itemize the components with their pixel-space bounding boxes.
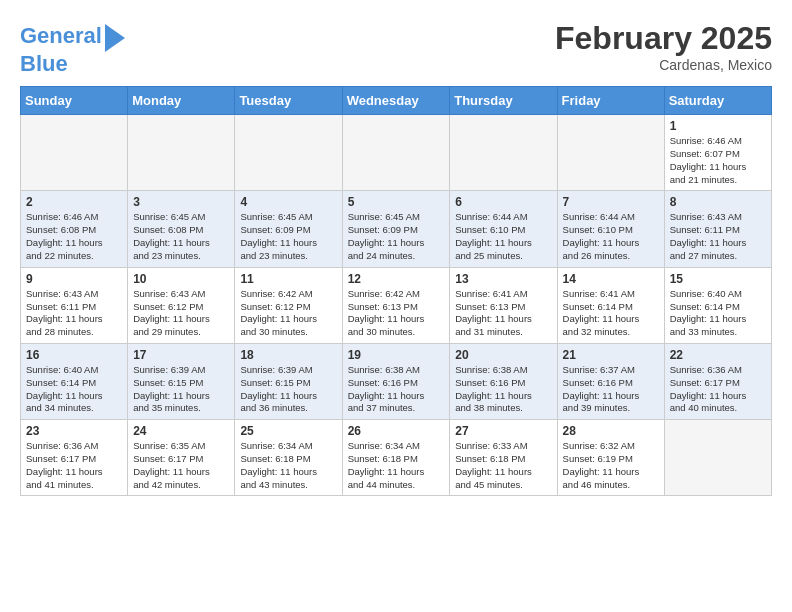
day-info: Sunrise: 6:44 AM Sunset: 6:10 PM Dayligh… xyxy=(455,211,551,262)
day-cell: 24Sunrise: 6:35 AM Sunset: 6:17 PM Dayli… xyxy=(128,420,235,496)
day-info: Sunrise: 6:42 AM Sunset: 6:12 PM Dayligh… xyxy=(240,288,336,339)
day-info: Sunrise: 6:37 AM Sunset: 6:16 PM Dayligh… xyxy=(563,364,659,415)
day-cell: 10Sunrise: 6:43 AM Sunset: 6:12 PM Dayli… xyxy=(128,267,235,343)
header-monday: Monday xyxy=(128,87,235,115)
day-number: 2 xyxy=(26,195,122,209)
day-cell: 14Sunrise: 6:41 AM Sunset: 6:14 PM Dayli… xyxy=(557,267,664,343)
day-number: 22 xyxy=(670,348,766,362)
day-cell: 25Sunrise: 6:34 AM Sunset: 6:18 PM Dayli… xyxy=(235,420,342,496)
day-number: 21 xyxy=(563,348,659,362)
day-info: Sunrise: 6:41 AM Sunset: 6:14 PM Dayligh… xyxy=(563,288,659,339)
day-cell: 16Sunrise: 6:40 AM Sunset: 6:14 PM Dayli… xyxy=(21,343,128,419)
header-thursday: Thursday xyxy=(450,87,557,115)
day-info: Sunrise: 6:44 AM Sunset: 6:10 PM Dayligh… xyxy=(563,211,659,262)
day-info: Sunrise: 6:45 AM Sunset: 6:08 PM Dayligh… xyxy=(133,211,229,262)
day-info: Sunrise: 6:43 AM Sunset: 6:11 PM Dayligh… xyxy=(26,288,122,339)
header-friday: Friday xyxy=(557,87,664,115)
day-number: 3 xyxy=(133,195,229,209)
day-info: Sunrise: 6:40 AM Sunset: 6:14 PM Dayligh… xyxy=(670,288,766,339)
calendar-week-row: 16Sunrise: 6:40 AM Sunset: 6:14 PM Dayli… xyxy=(21,343,772,419)
empty-cell xyxy=(557,115,664,191)
day-number: 14 xyxy=(563,272,659,286)
calendar-title: February 2025 xyxy=(555,20,772,57)
title-block: February 2025 Cardenas, Mexico xyxy=(555,20,772,73)
day-info: Sunrise: 6:46 AM Sunset: 6:07 PM Dayligh… xyxy=(670,135,766,186)
day-cell: 13Sunrise: 6:41 AM Sunset: 6:13 PM Dayli… xyxy=(450,267,557,343)
day-cell: 21Sunrise: 6:37 AM Sunset: 6:16 PM Dayli… xyxy=(557,343,664,419)
day-number: 16 xyxy=(26,348,122,362)
day-number: 27 xyxy=(455,424,551,438)
day-cell: 18Sunrise: 6:39 AM Sunset: 6:15 PM Dayli… xyxy=(235,343,342,419)
day-cell: 15Sunrise: 6:40 AM Sunset: 6:14 PM Dayli… xyxy=(664,267,771,343)
day-cell: 23Sunrise: 6:36 AM Sunset: 6:17 PM Dayli… xyxy=(21,420,128,496)
calendar-week-row: 1Sunrise: 6:46 AM Sunset: 6:07 PM Daylig… xyxy=(21,115,772,191)
calendar-header-row: SundayMondayTuesdayWednesdayThursdayFrid… xyxy=(21,87,772,115)
day-cell: 20Sunrise: 6:38 AM Sunset: 6:16 PM Dayli… xyxy=(450,343,557,419)
day-cell: 3Sunrise: 6:45 AM Sunset: 6:08 PM Daylig… xyxy=(128,191,235,267)
day-number: 20 xyxy=(455,348,551,362)
logo-arrow-icon xyxy=(105,24,125,52)
day-info: Sunrise: 6:34 AM Sunset: 6:18 PM Dayligh… xyxy=(348,440,445,491)
day-info: Sunrise: 6:43 AM Sunset: 6:12 PM Dayligh… xyxy=(133,288,229,339)
calendar-week-row: 2Sunrise: 6:46 AM Sunset: 6:08 PM Daylig… xyxy=(21,191,772,267)
day-number: 25 xyxy=(240,424,336,438)
day-info: Sunrise: 6:35 AM Sunset: 6:17 PM Dayligh… xyxy=(133,440,229,491)
empty-cell xyxy=(235,115,342,191)
day-info: Sunrise: 6:38 AM Sunset: 6:16 PM Dayligh… xyxy=(348,364,445,415)
calendar-subtitle: Cardenas, Mexico xyxy=(555,57,772,73)
day-cell: 26Sunrise: 6:34 AM Sunset: 6:18 PM Dayli… xyxy=(342,420,450,496)
day-cell: 1Sunrise: 6:46 AM Sunset: 6:07 PM Daylig… xyxy=(664,115,771,191)
day-number: 13 xyxy=(455,272,551,286)
day-info: Sunrise: 6:39 AM Sunset: 6:15 PM Dayligh… xyxy=(133,364,229,415)
day-number: 23 xyxy=(26,424,122,438)
day-info: Sunrise: 6:39 AM Sunset: 6:15 PM Dayligh… xyxy=(240,364,336,415)
day-number: 8 xyxy=(670,195,766,209)
header-wednesday: Wednesday xyxy=(342,87,450,115)
logo: General Blue xyxy=(20,20,125,76)
empty-cell xyxy=(664,420,771,496)
day-cell: 8Sunrise: 6:43 AM Sunset: 6:11 PM Daylig… xyxy=(664,191,771,267)
day-info: Sunrise: 6:40 AM Sunset: 6:14 PM Dayligh… xyxy=(26,364,122,415)
empty-cell xyxy=(342,115,450,191)
day-number: 7 xyxy=(563,195,659,209)
logo-blue: Blue xyxy=(20,51,68,76)
day-info: Sunrise: 6:45 AM Sunset: 6:09 PM Dayligh… xyxy=(240,211,336,262)
day-info: Sunrise: 6:38 AM Sunset: 6:16 PM Dayligh… xyxy=(455,364,551,415)
calendar-week-row: 9Sunrise: 6:43 AM Sunset: 6:11 PM Daylig… xyxy=(21,267,772,343)
day-info: Sunrise: 6:46 AM Sunset: 6:08 PM Dayligh… xyxy=(26,211,122,262)
day-number: 24 xyxy=(133,424,229,438)
day-cell: 11Sunrise: 6:42 AM Sunset: 6:12 PM Dayli… xyxy=(235,267,342,343)
day-cell: 19Sunrise: 6:38 AM Sunset: 6:16 PM Dayli… xyxy=(342,343,450,419)
logo-text: General xyxy=(20,24,102,48)
day-info: Sunrise: 6:36 AM Sunset: 6:17 PM Dayligh… xyxy=(670,364,766,415)
day-info: Sunrise: 6:42 AM Sunset: 6:13 PM Dayligh… xyxy=(348,288,445,339)
day-number: 28 xyxy=(563,424,659,438)
day-cell: 9Sunrise: 6:43 AM Sunset: 6:11 PM Daylig… xyxy=(21,267,128,343)
day-info: Sunrise: 6:32 AM Sunset: 6:19 PM Dayligh… xyxy=(563,440,659,491)
empty-cell xyxy=(128,115,235,191)
day-number: 4 xyxy=(240,195,336,209)
day-number: 6 xyxy=(455,195,551,209)
day-number: 1 xyxy=(670,119,766,133)
day-cell: 4Sunrise: 6:45 AM Sunset: 6:09 PM Daylig… xyxy=(235,191,342,267)
day-number: 9 xyxy=(26,272,122,286)
header-saturday: Saturday xyxy=(664,87,771,115)
header-sunday: Sunday xyxy=(21,87,128,115)
day-number: 12 xyxy=(348,272,445,286)
day-number: 19 xyxy=(348,348,445,362)
day-number: 26 xyxy=(348,424,445,438)
day-info: Sunrise: 6:34 AM Sunset: 6:18 PM Dayligh… xyxy=(240,440,336,491)
day-number: 18 xyxy=(240,348,336,362)
day-cell: 22Sunrise: 6:36 AM Sunset: 6:17 PM Dayli… xyxy=(664,343,771,419)
day-info: Sunrise: 6:45 AM Sunset: 6:09 PM Dayligh… xyxy=(348,211,445,262)
day-number: 15 xyxy=(670,272,766,286)
day-cell: 6Sunrise: 6:44 AM Sunset: 6:10 PM Daylig… xyxy=(450,191,557,267)
day-info: Sunrise: 6:36 AM Sunset: 6:17 PM Dayligh… xyxy=(26,440,122,491)
calendar-table: SundayMondayTuesdayWednesdayThursdayFrid… xyxy=(20,86,772,496)
day-cell: 28Sunrise: 6:32 AM Sunset: 6:19 PM Dayli… xyxy=(557,420,664,496)
day-number: 10 xyxy=(133,272,229,286)
calendar-week-row: 23Sunrise: 6:36 AM Sunset: 6:17 PM Dayli… xyxy=(21,420,772,496)
header-tuesday: Tuesday xyxy=(235,87,342,115)
day-info: Sunrise: 6:43 AM Sunset: 6:11 PM Dayligh… xyxy=(670,211,766,262)
day-number: 17 xyxy=(133,348,229,362)
